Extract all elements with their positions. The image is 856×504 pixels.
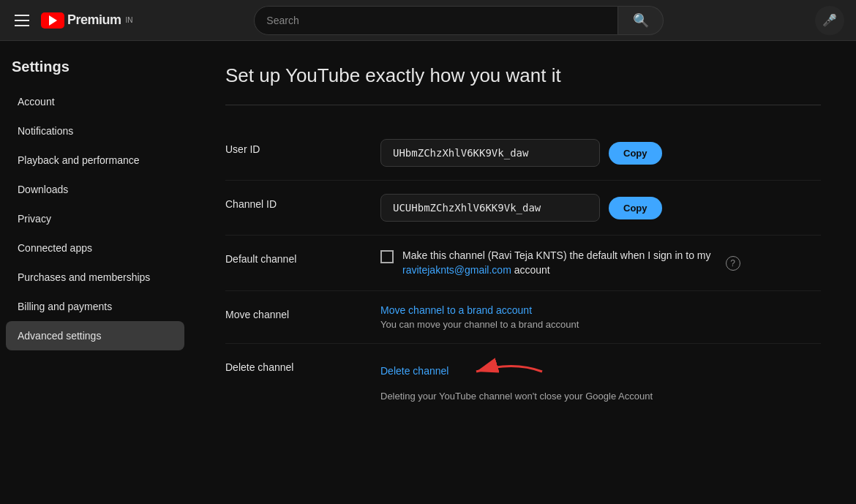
search-button[interactable]: 🔍 (618, 6, 664, 35)
sidebar-item-notifications[interactable]: Notifications (6, 116, 184, 146)
user-id-label: User ID (225, 139, 357, 155)
search-icon: 🔍 (633, 12, 649, 29)
delete-channel-label: Delete channel (225, 357, 357, 373)
sidebar-item-playback[interactable]: Playback and performance (6, 146, 184, 175)
move-channel-label: Move channel (225, 304, 357, 320)
red-arrow-icon (454, 357, 549, 385)
move-channel-sub-text: You can move your channel to a brand acc… (380, 319, 579, 330)
channel-id-value: UCUHbmZChzXhlV6KK9Vk_daw (380, 194, 600, 222)
main-layout: Settings Account Notifications Playback … (0, 41, 856, 504)
channel-id-content: UCUHbmZChzXhlV6KK9Vk_daw Copy (380, 194, 821, 222)
delete-channel-content: Delete channel Deleting you (380, 357, 821, 402)
logo-badge: IN (126, 16, 133, 24)
content-area: Set up YouTube exactly how you want it U… (190, 41, 856, 504)
move-channel-content: Move channel to a brand account You can … (380, 304, 821, 330)
header: PremiumIN 🔍 🎤 (0, 0, 856, 41)
delete-channel-link[interactable]: Delete channel (380, 365, 448, 377)
page-title: Set up YouTube exactly how you want it (225, 64, 821, 87)
default-channel-text-mid: ) the default when I sign in to my (563, 249, 711, 261)
default-channel-content: Make this channel (Ravi Teja KNTS) the d… (380, 249, 821, 277)
delete-link-row: Delete channel (380, 357, 653, 385)
mic-button[interactable]: 🎤 (815, 6, 844, 35)
sidebar: Settings Account Notifications Playback … (0, 41, 190, 504)
menu-button[interactable] (12, 12, 32, 29)
logo-text: Premium (67, 12, 121, 28)
default-channel-text-post: account (514, 264, 550, 276)
sidebar-title: Settings (0, 53, 190, 87)
delete-channel-sub-text: Deleting your YouTube channel won't clos… (380, 391, 653, 402)
default-channel-text-pre: Make this channel ( (402, 249, 491, 261)
user-id-copy-button[interactable]: Copy (609, 142, 662, 165)
default-channel-checkbox[interactable] (380, 250, 394, 263)
default-channel-row: Default channel Make this channel (Ravi … (225, 235, 821, 290)
user-id-row: User ID UHbmZChzXhlV6KK9Vk_daw Copy (225, 126, 821, 180)
channel-id-label: Channel ID (225, 194, 357, 210)
help-icon[interactable]: ? (726, 256, 740, 271)
sidebar-item-advanced[interactable]: Advanced settings (6, 321, 184, 350)
divider (225, 105, 821, 105)
sidebar-item-privacy[interactable]: Privacy (6, 204, 184, 233)
logo: PremiumIN (41, 12, 133, 29)
search-container: 🔍 (254, 6, 664, 35)
default-channel-label: Default channel (225, 249, 357, 265)
move-channel-link[interactable]: Move channel to a brand account (380, 304, 579, 316)
default-channel-name: Ravi Teja KNTS (491, 249, 563, 261)
mic-icon: 🎤 (822, 13, 837, 27)
default-channel-text: Make this channel (Ravi Teja KNTS) the d… (402, 249, 711, 277)
user-id-value: UHbmZChzXhlV6KK9Vk_daw (380, 139, 600, 167)
channel-id-row: Channel ID UCUHbmZChzXhlV6KK9Vk_daw Copy (225, 180, 821, 235)
sidebar-item-purchases[interactable]: Purchases and memberships (6, 263, 184, 292)
header-right: 🎤 (815, 6, 844, 35)
default-channel-email: ravitejaknts@gmail.com (402, 264, 511, 276)
delete-channel-row: Delete channel Delete channel (225, 343, 821, 415)
move-channel-link-col: Move channel to a brand account You can … (380, 304, 579, 330)
sidebar-item-account[interactable]: Account (6, 87, 184, 116)
channel-id-copy-button[interactable]: Copy (609, 197, 662, 219)
sidebar-item-billing[interactable]: Billing and payments (6, 292, 184, 321)
sidebar-item-connected-apps[interactable]: Connected apps (6, 233, 184, 263)
delete-channel-link-col: Delete channel Deleting you (380, 357, 653, 402)
search-input[interactable] (254, 6, 618, 35)
default-channel-checkbox-container: Make this channel (Ravi Teja KNTS) the d… (380, 249, 711, 277)
user-id-content: UHbmZChzXhlV6KK9Vk_daw Copy (380, 139, 821, 167)
youtube-logo-icon (41, 12, 64, 29)
header-left: PremiumIN (12, 12, 173, 29)
sidebar-item-downloads[interactable]: Downloads (6, 175, 184, 204)
move-channel-row: Move channel Move channel to a brand acc… (225, 290, 821, 343)
